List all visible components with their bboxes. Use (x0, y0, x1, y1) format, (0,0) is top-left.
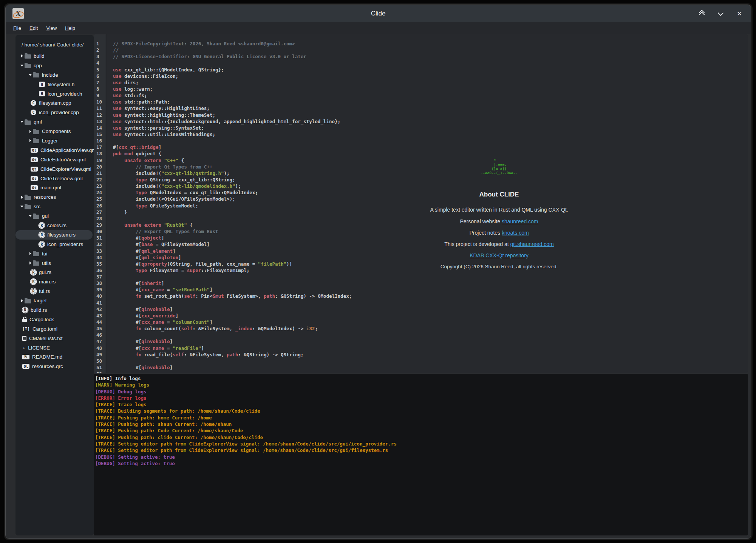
link-git-shaunreed-com[interactable]: git.shaunreed.com (510, 241, 554, 247)
line-number: 38 (94, 280, 106, 286)
code-line: fn column_count(self: &FileSystem, _inde… (113, 325, 748, 332)
line-number: 49 (94, 351, 106, 358)
tree-item-resources[interactable]: resources (15, 192, 94, 202)
file-explorer-panel: / home/ shaun/ Code/ clide/ buildcppincl… (15, 35, 94, 535)
code-line (113, 274, 748, 280)
log-console[interactable]: [INFO] Info logs[WARN] Warning logs[DEBU… (94, 374, 748, 535)
log-line-trace: [TRACE] Setting editor path from ClideEx… (95, 447, 748, 453)
code-line: fn read_file(self: &FileSystem, path: &Q… (113, 351, 748, 358)
tree-item-ClideEditorView.qml[interactable]: QtClideEditorView.qml (15, 155, 94, 164)
title-bar[interactable]: X Clide ✕ (6, 5, 751, 22)
chevron-right-icon[interactable] (19, 196, 25, 199)
chevron-right-icon[interactable] (19, 299, 25, 302)
link-shaunreed-com[interactable]: shaunreed.com (502, 218, 538, 224)
tree-item-CMakeLists.txt[interactable]: CMakeLists.txt (15, 334, 94, 343)
shade-button[interactable] (697, 9, 706, 18)
tree-item-colors.rs[interactable]: Rcolors.rs (15, 221, 94, 230)
tree-item-ClideTreeView.qml[interactable]: QtClideTreeView.qml (15, 174, 94, 183)
about-panel: * |.===. {}o o{} ·-ooO--(_)--Ooo-· About… (403, 155, 595, 269)
chevron-down-icon[interactable] (19, 65, 25, 67)
editor-pane[interactable]: 1234567891011121314151617181920212223242… (94, 34, 748, 373)
chevron-right-icon[interactable] (19, 54, 25, 57)
tree-item-tui.rs[interactable]: Rtui.rs (15, 286, 94, 296)
tree-item-build.rs[interactable]: Rbuild.rs (15, 305, 94, 315)
folder-icon (25, 54, 31, 59)
code-line: #[inherit] (113, 280, 748, 286)
chevron-right-icon[interactable] (28, 130, 33, 133)
chevron-right-icon[interactable] (28, 139, 33, 142)
tree-item-main.rs[interactable]: Rmain.rs (15, 277, 94, 286)
tree-item-qml[interactable]: qml (15, 117, 94, 127)
menu-help[interactable]: Help (61, 24, 79, 32)
tree-item-src[interactable]: src (15, 202, 94, 211)
tree-item-build[interactable]: build (15, 51, 94, 61)
code-line: use syntect::parsing::SyntaxSet; (113, 125, 748, 131)
menu-edit[interactable]: Edit (26, 24, 42, 32)
tree-item-filesystem.rs[interactable]: Rfilesystem.rs (15, 230, 93, 240)
minimize-button[interactable] (716, 9, 725, 18)
tree-item-Components[interactable]: Components (15, 127, 94, 136)
tree-item-label: src (34, 204, 40, 209)
qt-file-icon: Qt (31, 176, 38, 181)
tree-item-target[interactable]: target (15, 296, 94, 305)
chevron-right-icon[interactable] (28, 252, 33, 255)
line-number: 8 (94, 86, 106, 92)
folder-icon (33, 130, 39, 134)
close-button[interactable]: ✕ (735, 9, 744, 18)
line-number: 10 (94, 99, 106, 105)
tree-item-Cargo.lock[interactable]: Cargo.lock (15, 315, 94, 324)
menu-file[interactable]: File (9, 24, 25, 32)
chevron-down-icon[interactable] (19, 206, 25, 207)
folder-icon (25, 121, 31, 125)
link-kdab-cxx-qt-repository[interactable]: KDAB CXX-Qt repository (470, 252, 529, 258)
line-number: 15 (94, 131, 106, 138)
log-line-debug: [DEBUG] Setting active: true (95, 454, 748, 460)
line-number: 35 (94, 261, 106, 267)
close-icon: ✕ (737, 11, 742, 17)
folder-icon (25, 299, 31, 303)
tree-item-gui[interactable]: gui (15, 211, 94, 221)
chevron-right-icon[interactable] (28, 261, 33, 265)
code-line: use dirs; (113, 79, 748, 86)
tree-item-filesystem.cpp[interactable]: Cfilesystem.cpp (15, 98, 94, 108)
code-line: #[qinvokable] (113, 364, 748, 371)
chevron-down-icon[interactable] (19, 121, 25, 123)
tree-item-main.qml[interactable]: Qtmain.qml (15, 183, 94, 192)
line-number: 45 (94, 325, 106, 332)
code-line: #[qinvokable] (113, 306, 748, 312)
log-line-warn: [WARN] Warning logs (95, 382, 748, 388)
menu-view[interactable]: View (42, 24, 60, 32)
tree-item-ClideApplicationView.qml[interactable]: QtClideApplicationView.qml (15, 145, 94, 155)
tree-item-icon_provider.h[interactable]: Hicon_provider.h (15, 89, 94, 99)
chevron-down-icon[interactable] (28, 215, 33, 217)
tree-item-filesystem.h[interactable]: Hfilesystem.h (15, 80, 94, 89)
chevron-down-icon[interactable] (28, 74, 33, 76)
tree-item-gui.rs[interactable]: Rgui.rs (15, 268, 94, 277)
line-number: 12 (94, 112, 106, 118)
tree-item-Cargo.toml[interactable]: [T]Cargo.toml (15, 324, 94, 334)
line-number: 19 (94, 157, 106, 164)
tree-item-tui[interactable]: tui (15, 249, 94, 258)
about-title: About CLIDE (403, 191, 595, 198)
tree-item-Logger[interactable]: Logger (15, 136, 94, 145)
tree-item-icon_provider.rs[interactable]: Ricon_provider.rs (15, 240, 94, 249)
tree-item-ClideExplorerView.qml[interactable]: QtClideExplorerView.qml (15, 164, 94, 174)
code-line (113, 60, 748, 66)
folder-icon (33, 73, 39, 77)
header-file-icon: H (39, 91, 45, 96)
tree-item-label: README.md (32, 354, 62, 360)
tree-item-label: ClideEditorView.qml (40, 157, 86, 162)
tree-item-LICENSE[interactable]: ⋆LICENSE (15, 343, 94, 353)
tree-item-label: Logger (42, 138, 58, 144)
tree-item-README.md[interactable]: M↓README.md (15, 353, 94, 362)
line-number: 34 (94, 254, 106, 261)
tree-item-include[interactable]: include (15, 70, 94, 80)
tree-item-icon_provider.cpp[interactable]: Cicon_provider.cpp (15, 108, 94, 117)
link-knoats-com[interactable]: knoats.com (502, 230, 529, 236)
code-line: use devicons::FileIcon; (113, 73, 748, 79)
tree-item-cpp[interactable]: cpp (15, 61, 94, 70)
tree-item-utils[interactable]: utils (15, 258, 94, 268)
line-number: 51 (94, 364, 106, 371)
tree-item-resources.qrc[interactable]: Qtresources.qrc (15, 362, 94, 371)
log-line-trace: [TRACE] Pushing path: shaun Current: /ho… (95, 421, 748, 427)
